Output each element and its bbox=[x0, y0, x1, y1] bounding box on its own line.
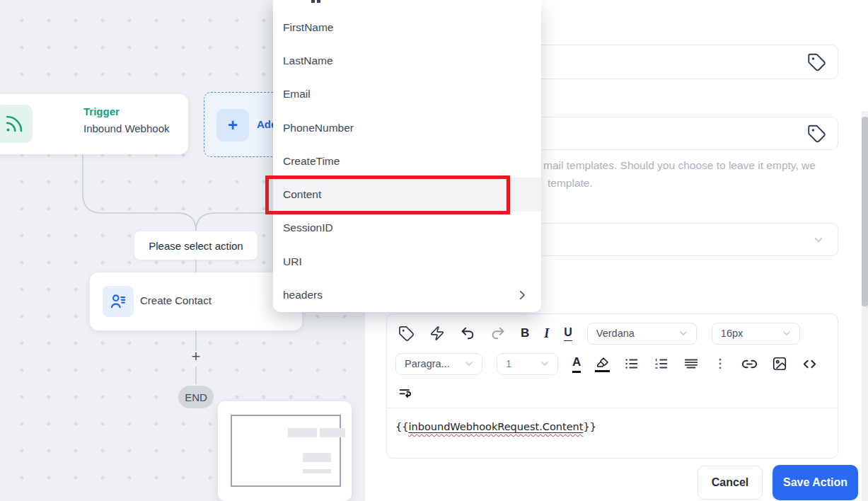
trigger-node-title: Trigger bbox=[83, 105, 120, 117]
chevron-down-icon bbox=[539, 358, 550, 369]
more-vertical-icon[interactable] bbox=[713, 356, 727, 372]
field-dropdown: FirstName LastName Email PhoneNumber Cre… bbox=[273, 0, 541, 312]
dropdown-item-label: SessionID bbox=[283, 221, 333, 234]
dropdown-item[interactable]: Email bbox=[273, 78, 541, 111]
underline-button[interactable]: U bbox=[564, 326, 572, 341]
font-family-select[interactable]: Verdana bbox=[587, 323, 697, 345]
tag-icon[interactable] bbox=[807, 52, 826, 71]
placeholder-bar bbox=[303, 469, 331, 473]
tag-icon[interactable] bbox=[807, 124, 826, 143]
dropdown-item-label: PhoneNumber bbox=[283, 122, 354, 134]
align-icon[interactable] bbox=[683, 356, 699, 372]
dropdown-item-label: URI bbox=[283, 255, 302, 268]
dropdown-item-label: LastName bbox=[283, 54, 333, 67]
font-size-value: 16px bbox=[721, 328, 743, 339]
dropdown-item-label: headers bbox=[283, 289, 323, 301]
chevron-down-icon bbox=[781, 328, 792, 339]
placeholder-bar bbox=[303, 453, 331, 462]
undo-icon[interactable] bbox=[460, 326, 475, 341]
preview-frame bbox=[231, 415, 341, 487]
placeholder-bar bbox=[320, 428, 345, 437]
plus-icon: + bbox=[216, 109, 249, 142]
field-dropdown-list: FirstName LastName Email PhoneNumber Cre… bbox=[273, 11, 541, 312]
text-color-button[interactable]: A bbox=[572, 355, 581, 373]
end-badge: END bbox=[178, 386, 214, 408]
select-action-prompt: Please select action bbox=[134, 231, 257, 260]
font-size-select[interactable]: 16px bbox=[712, 323, 800, 345]
create-contact-label: Create Contact bbox=[140, 294, 212, 306]
dropdown-item[interactable]: SessionID bbox=[273, 212, 541, 245]
editor-toolbar: B I U Verdana 16px Paragra... 1 bbox=[387, 314, 838, 408]
clipped-item-fragment bbox=[317, 0, 320, 3]
dropdown-item-label: CreateTime bbox=[283, 155, 340, 168]
font-family-value: Verdana bbox=[596, 328, 635, 339]
dropdown-item[interactable]: FirstName bbox=[273, 11, 541, 44]
chevron-down-icon bbox=[812, 234, 825, 246]
paragraph-style-value: Paragra... bbox=[405, 358, 450, 369]
create-contact-node[interactable]: Create Contact bbox=[90, 272, 302, 330]
text-wrap-icon[interactable] bbox=[398, 386, 413, 401]
paragraph-style-select[interactable]: Paragra... bbox=[395, 353, 482, 375]
image-icon[interactable] bbox=[772, 356, 787, 372]
link-icon[interactable] bbox=[741, 356, 758, 372]
helper-text: mail templates. Should you choose to lea… bbox=[543, 156, 847, 192]
dropdown-item[interactable]: URI bbox=[273, 245, 541, 278]
highlight-icon[interactable] bbox=[595, 356, 610, 372]
dropdown-item[interactable]: CreateTime bbox=[273, 144, 541, 178]
redo-icon[interactable] bbox=[490, 326, 506, 341]
scrollbar-thumb[interactable] bbox=[862, 117, 868, 306]
dropdown-item[interactable]: Content bbox=[273, 178, 541, 211]
bullet-list-icon[interactable] bbox=[624, 356, 640, 372]
merge-token: inboundWebhookRequest.Content bbox=[408, 421, 583, 432]
save-action-button[interactable]: Save Action bbox=[772, 465, 858, 500]
merge-token-open: {{ bbox=[395, 421, 408, 432]
chevron-down-icon bbox=[463, 358, 475, 369]
numbered-list-icon[interactable] bbox=[654, 356, 669, 372]
trigger-node-subtitle: Inbound Webhook bbox=[83, 122, 170, 134]
trigger-node[interactable]: Trigger Inbound Webhook bbox=[0, 94, 188, 154]
placeholder-bar bbox=[288, 428, 317, 437]
cancel-button[interactable]: Cancel bbox=[698, 466, 763, 500]
chevron-down-icon bbox=[678, 328, 689, 339]
line-height-select[interactable]: 1 bbox=[497, 353, 558, 375]
lightning-icon[interactable] bbox=[429, 326, 445, 341]
dropdown-item[interactable]: headers bbox=[273, 278, 541, 311]
dropdown-item[interactable]: LastName bbox=[273, 44, 541, 77]
rich-text-editor: B I U Verdana 16px Paragra... 1 bbox=[386, 313, 838, 459]
italic-button[interactable]: I bbox=[544, 326, 549, 340]
dropdown-item-label: Email bbox=[283, 88, 311, 100]
helper-text-line1: mail templates. Should you choose to lea… bbox=[543, 156, 847, 174]
contact-person-icon bbox=[103, 286, 134, 317]
chevron-right-icon bbox=[516, 289, 528, 301]
dropdown-item[interactable]: PhoneNumber bbox=[273, 111, 541, 144]
code-icon[interactable] bbox=[802, 356, 818, 372]
tag-icon[interactable] bbox=[398, 326, 415, 342]
line-height-value: 1 bbox=[506, 358, 511, 369]
dropdown-item-label: Content bbox=[283, 188, 321, 201]
clipped-item-fragment bbox=[311, 0, 315, 3]
bold-button[interactable]: B bbox=[521, 326, 529, 340]
webhook-signal-icon bbox=[0, 105, 33, 143]
template-preview-card bbox=[218, 401, 352, 501]
editor-content[interactable]: {{inboundWebhookRequest.Content}} bbox=[387, 408, 838, 432]
merge-token-close: }} bbox=[583, 421, 596, 432]
dropdown-item-label: FirstName bbox=[283, 21, 333, 34]
add-step-button[interactable]: + bbox=[187, 349, 204, 364]
helper-text-line2: template. bbox=[548, 174, 847, 192]
